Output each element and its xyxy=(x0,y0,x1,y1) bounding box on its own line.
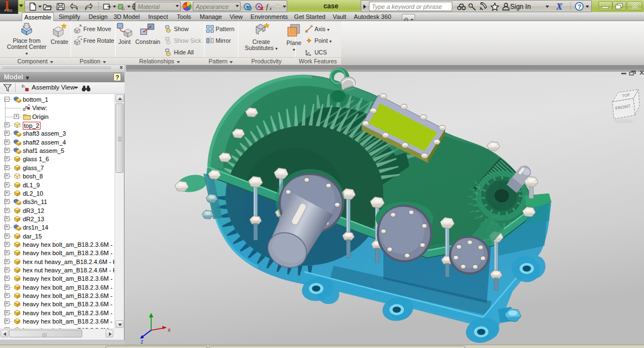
svg-text:x: x xyxy=(168,327,171,333)
svg-text:f: f xyxy=(266,3,269,11)
svg-text:?: ? xyxy=(578,3,582,10)
svg-text:z: z xyxy=(141,339,143,345)
svg-text:x: x xyxy=(269,6,272,11)
svg-text:X: X xyxy=(556,2,562,11)
